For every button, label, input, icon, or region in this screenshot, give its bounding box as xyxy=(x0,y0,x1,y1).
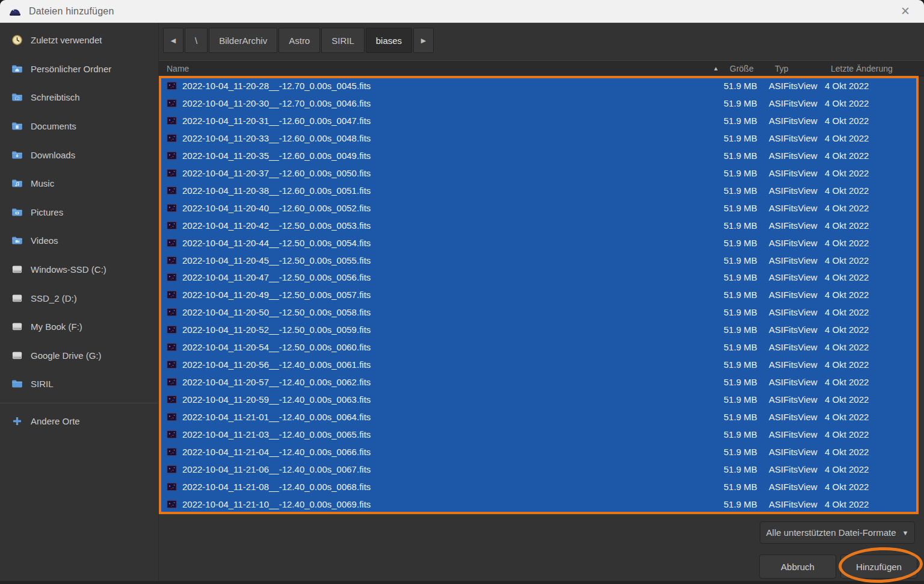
file-size: 51.9 MB xyxy=(724,168,769,178)
file-row[interactable]: 2022-10-04_11-21-04__-12.40_0.00s_0066.f… xyxy=(159,443,918,461)
file-type: ASIFitsView xyxy=(769,185,825,196)
sort-ascending-icon[interactable]: ▲ xyxy=(713,65,719,72)
file-row[interactable]: 2022-10-04_11-21-03__-12.40_0.00s_0065.f… xyxy=(159,426,918,443)
breadcrumb-segment-biases[interactable]: biases xyxy=(366,28,412,53)
file-name: 2022-10-04_11-20-54__-12.50_0.00s_0060.f… xyxy=(182,342,371,352)
file-row[interactable]: 2022-10-04_11-20-35__-12.60_0.00s_0049.f… xyxy=(159,147,918,164)
breadcrumb-segment-root[interactable]: \ xyxy=(185,28,208,53)
downloads-folder-icon xyxy=(11,149,23,161)
fits-file-icon xyxy=(167,116,177,125)
file-modified: 4 Okt 2022 xyxy=(825,238,894,248)
file-row[interactable]: 2022-10-04_11-20-33__-12.60_0.00s_0048.f… xyxy=(159,129,918,147)
breadcrumb-forward-button[interactable]: ▶ xyxy=(413,28,434,53)
file-type: ASIFitsView xyxy=(769,168,825,178)
file-name: 2022-10-04_11-21-08__-12.40_0.00s_0068.f… xyxy=(182,482,371,492)
sidebar-item-downloads[interactable]: Downloads xyxy=(0,140,158,169)
file-name: 2022-10-04_11-20-28__-12.70_0.00s_0045.f… xyxy=(182,81,371,91)
file-format-filter-dropdown[interactable]: Alle unterstützten Datei-Formate ▼ xyxy=(760,521,915,544)
breadcrumb-segment-siril[interactable]: SIRIL xyxy=(321,28,365,53)
column-header-size[interactable]: Größe xyxy=(730,64,775,73)
sidebar-item-pers-nlicher-ordner[interactable]: Persönlicher Ordner xyxy=(0,55,158,84)
file-name: 2022-10-04_11-20-47__-12.50_0.00s_0056.f… xyxy=(182,272,371,282)
file-modified: 4 Okt 2022 xyxy=(825,272,894,282)
sidebar-item-label: SSD_2 (D:) xyxy=(31,293,77,303)
file-name: 2022-10-04_11-21-06__-12.40_0.00s_0067.f… xyxy=(182,464,371,474)
sidebar-item-label: Andere Orte xyxy=(31,416,80,426)
file-name: 2022-10-04_11-21-01__-12.40_0.00s_0064.f… xyxy=(182,412,371,422)
documents-folder-icon xyxy=(11,120,23,132)
file-row[interactable]: 2022-10-04_11-20-38__-12.60_0.00s_0051.f… xyxy=(159,182,918,199)
sidebar-item-andere-orte[interactable]: Andere Orte xyxy=(0,407,158,436)
file-row[interactable]: 2022-10-04_11-20-57__-12.40_0.00s_0062.f… xyxy=(159,373,918,391)
file-name: 2022-10-04_11-20-50__-12.50_0.00s_0058.f… xyxy=(182,307,371,317)
sidebar-item-label: Google Drive (G:) xyxy=(31,350,102,361)
sidebar-item-label: Pictures xyxy=(31,207,63,217)
file-size: 51.9 MB xyxy=(724,116,769,126)
drive-icon xyxy=(11,321,23,332)
sidebar-item-schreibtisch[interactable]: Schreibtisch xyxy=(0,83,158,112)
file-row[interactable]: 2022-10-04_11-20-45__-12.50_0.00s_0055.f… xyxy=(159,252,918,269)
sidebar-item-ssd-2-d[interactable]: SSD_2 (D:) xyxy=(0,284,158,312)
file-name: 2022-10-04_11-20-57__-12.40_0.00s_0062.f… xyxy=(182,377,371,387)
file-row[interactable]: 2022-10-04_11-21-08__-12.40_0.00s_0068.f… xyxy=(159,478,918,495)
file-row[interactable]: 2022-10-04_11-20-40__-12.60_0.00s_0052.f… xyxy=(159,199,918,217)
file-name: 2022-10-04_11-20-38__-12.60_0.00s_0051.f… xyxy=(182,185,371,196)
file-size: 51.9 MB xyxy=(724,272,769,282)
file-row[interactable]: 2022-10-04_11-21-01__-12.40_0.00s_0064.f… xyxy=(159,408,918,426)
sidebar-item-google-drive-g[interactable]: Google Drive (G:) xyxy=(0,341,158,370)
file-row[interactable]: 2022-10-04_11-20-49__-12.50_0.00s_0057.f… xyxy=(159,286,918,303)
file-row[interactable]: 2022-10-04_11-20-52__-12.50_0.00s_0059.f… xyxy=(159,321,918,338)
fits-file-icon xyxy=(167,134,177,143)
column-header-modified[interactable]: Letzte Änderung xyxy=(831,64,900,73)
breadcrumb-back-button[interactable]: ◀ xyxy=(163,28,183,53)
music-folder-icon xyxy=(11,178,23,189)
file-row[interactable]: 2022-10-04_11-20-37__-12.60_0.00s_0050.f… xyxy=(159,164,918,182)
file-list: 2022-10-04_11-20-28__-12.70_0.00s_0045.f… xyxy=(159,77,918,514)
sidebar-item-videos[interactable]: Videos xyxy=(0,226,158,255)
fits-file-icon xyxy=(167,221,177,230)
file-row[interactable]: 2022-10-04_11-20-54__-12.50_0.00s_0060.f… xyxy=(159,338,918,356)
file-modified: 4 Okt 2022 xyxy=(825,203,894,213)
file-row[interactable]: 2022-10-04_11-20-28__-12.70_0.00s_0045.f… xyxy=(159,77,918,95)
file-size: 51.9 MB xyxy=(724,133,769,143)
sidebar-item-zuletzt-verwendet[interactable]: Zuletzt verwendet xyxy=(0,26,158,55)
sidebar-item-windows-ssd-c[interactable]: Windows-SSD (C:) xyxy=(0,255,158,284)
fits-file-icon xyxy=(167,360,177,369)
file-row[interactable]: 2022-10-04_11-20-31__-12.60_0.00s_0047.f… xyxy=(159,112,918,129)
fits-file-icon xyxy=(167,203,177,213)
home-folder-icon xyxy=(11,63,23,75)
file-type: ASIFitsView xyxy=(769,98,825,108)
file-modified: 4 Okt 2022 xyxy=(825,81,894,91)
file-row[interactable]: 2022-10-04_11-20-42__-12.50_0.00s_0053.f… xyxy=(159,217,918,234)
file-row[interactable]: 2022-10-04_11-21-06__-12.40_0.00s_0067.f… xyxy=(159,461,918,478)
breadcrumb-segment-bilderarchiv[interactable]: BilderArchiv xyxy=(209,28,277,53)
file-type: ASIFitsView xyxy=(769,203,825,213)
fits-file-icon xyxy=(167,377,177,387)
file-row[interactable]: 2022-10-04_11-20-30__-12.70_0.00s_0046.f… xyxy=(159,95,918,112)
file-name: 2022-10-04_11-21-04__-12.40_0.00s_0066.f… xyxy=(182,447,371,457)
file-name: 2022-10-04_11-20-49__-12.50_0.00s_0057.f… xyxy=(182,290,371,300)
sidebar-item-pictures[interactable]: Pictures xyxy=(0,198,158,227)
file-modified: 4 Okt 2022 xyxy=(825,394,894,405)
file-row[interactable]: 2022-10-04_11-20-59__-12.40_0.00s_0063.f… xyxy=(159,391,918,408)
sidebar-item-my-book-f[interactable]: My Book (F:) xyxy=(0,312,158,341)
add-button[interactable]: Hinzufügen xyxy=(840,554,917,579)
close-icon[interactable]: ✕ xyxy=(895,2,916,20)
file-row[interactable]: 2022-10-04_11-20-44__-12.50_0.00s_0054.f… xyxy=(159,234,918,252)
sidebar-separator xyxy=(0,403,158,403)
file-type: ASIFitsView xyxy=(769,482,825,492)
column-header-type[interactable]: Typ xyxy=(775,64,831,73)
file-row[interactable]: 2022-10-04_11-20-50__-12.50_0.00s_0058.f… xyxy=(159,303,918,321)
file-size: 51.9 MB xyxy=(724,238,769,248)
fits-file-icon xyxy=(167,273,177,282)
file-row[interactable]: 2022-10-04_11-21-10__-12.40_0.00s_0069.f… xyxy=(159,495,918,513)
sidebar-item-documents[interactable]: Documents xyxy=(0,112,158,141)
cancel-button[interactable]: Abbruch xyxy=(759,554,836,579)
column-header-name[interactable]: Name xyxy=(167,64,189,73)
fits-file-icon xyxy=(167,99,177,108)
sidebar-item-siril[interactable]: SIRIL xyxy=(0,370,158,399)
file-row[interactable]: 2022-10-04_11-20-56__-12.40_0.00s_0061.f… xyxy=(159,356,918,373)
breadcrumb-segment-astro[interactable]: Astro xyxy=(279,28,320,53)
sidebar-item-music[interactable]: Music xyxy=(0,169,158,198)
file-row[interactable]: 2022-10-04_11-20-47__-12.50_0.00s_0056.f… xyxy=(159,269,918,286)
